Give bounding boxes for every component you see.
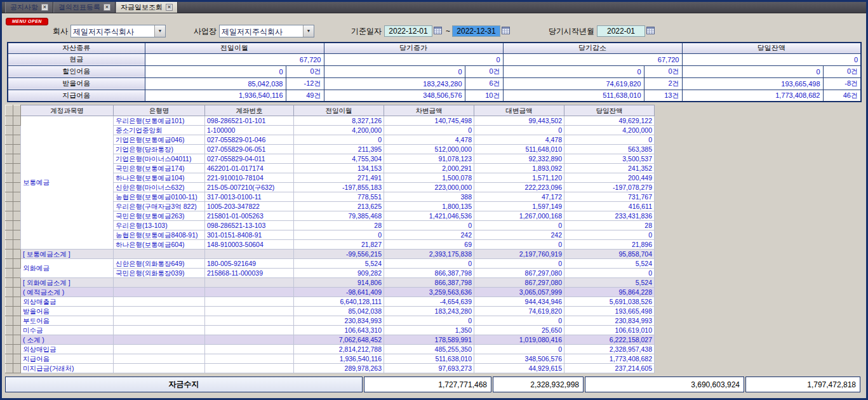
daily-balance-cell[interactable]: 0 [564, 269, 655, 278]
debit-amount-cell[interactable]: 0 [384, 221, 474, 230]
count-cell[interactable]: 10건 [465, 90, 503, 102]
bank-name-cell[interactable]: 기업은행(보통예금046) [114, 135, 205, 145]
summary-row-discounted-notes[interactable]: 할인어음 0 0건 0 0건 0 0건 0 0건 [8, 65, 861, 77]
row-selector[interactable] [6, 183, 13, 192]
prev-balance-cell[interactable]: 2,814,212,788 [294, 345, 384, 354]
count-cell[interactable]: 0건 [465, 65, 503, 77]
summary-row-cash[interactable]: 현금 67,720 0 67,720 0 [8, 53, 861, 65]
bank-name-cell[interactable]: 기업은행(마이너스04011) [114, 154, 205, 164]
account-number-cell[interactable]: 462201-01-017174 [205, 164, 294, 173]
row-selector[interactable] [13, 183, 21, 192]
account-number-cell[interactable] [205, 364, 294, 373]
daily-balance-cell[interactable]: 5,524 [564, 278, 655, 288]
row-selector[interactable] [6, 221, 13, 230]
debit-amount-cell[interactable]: 2,000,291 [384, 164, 474, 173]
prev-balance-cell[interactable]: 0 [294, 230, 384, 240]
account-number-cell[interactable] [205, 250, 294, 259]
count-cell[interactable]: 49건 [286, 90, 324, 102]
credit-amount-cell[interactable]: 74,619,820 [474, 307, 564, 316]
prev-balance-cell[interactable]: 914,806 [294, 278, 384, 288]
row-selector[interactable] [13, 221, 21, 230]
row-selector[interactable] [6, 116, 13, 126]
prev-balance-cell[interactable]: 230,834,993 [294, 316, 384, 326]
row-selector[interactable] [13, 145, 21, 154]
account-number-cell[interactable]: 215-05-007210(구632) [205, 183, 294, 192]
row-selector[interactable] [13, 278, 21, 288]
account-number-cell[interactable] [205, 288, 294, 297]
prev-balance-cell[interactable]: -197,855,183 [294, 183, 384, 192]
debit-amount-cell[interactable]: 242 [384, 230, 474, 240]
bank-name-cell[interactable]: 하나은행(보통예금604) [114, 240, 205, 250]
debit-amount-cell[interactable]: 178,589,991 [384, 335, 474, 345]
account-name-cell[interactable]: 미수금 [21, 326, 114, 335]
row-selector[interactable] [13, 269, 21, 278]
calendar-icon[interactable] [502, 26, 510, 36]
daily-balance-cell[interactable]: 95,864,228 [564, 288, 655, 297]
account-number-cell[interactable]: 027-055829-01-046 [205, 135, 294, 145]
row-selector[interactable] [6, 211, 13, 221]
debit-amount-cell[interactable]: 0 [384, 316, 474, 326]
amount-cell[interactable]: 0 [682, 53, 861, 65]
row-selector[interactable] [13, 345, 21, 354]
account-name-cell[interactable]: [ 보통예금소계 ] [21, 250, 114, 259]
bank-name-cell[interactable]: 국민은행(외화통장039) [114, 269, 205, 278]
debit-amount-cell[interactable]: 0 [384, 126, 474, 135]
debit-amount-cell[interactable]: 183,243,280 [384, 307, 474, 316]
credit-amount-cell[interactable]: 92,332,890 [474, 154, 564, 164]
row-selector[interactable] [6, 240, 13, 250]
credit-amount-cell[interactable]: 47,172 [474, 192, 564, 202]
row-selector[interactable] [13, 288, 21, 297]
row-selector[interactable] [6, 259, 13, 269]
amount-cell[interactable]: 348,506,576 [324, 90, 465, 102]
row-selector[interactable] [13, 116, 21, 126]
daily-balance-cell[interactable]: 193,665,498 [564, 307, 655, 316]
credit-amount-cell[interactable]: 0 [474, 221, 564, 230]
row-selector[interactable] [6, 145, 13, 154]
prev-balance-cell[interactable]: 6,640,128,111 [294, 297, 384, 307]
close-icon[interactable]: × [41, 4, 48, 11]
credit-amount-cell[interactable]: 4,478 [474, 135, 564, 145]
amount-cell[interactable]: 1,936,540,116 [145, 90, 286, 102]
daily-balance-cell[interactable]: -197,078,279 [564, 183, 655, 192]
daily-balance-cell[interactable]: 49,629,122 [564, 116, 655, 126]
bank-name-cell[interactable]: 농협은행(보통예금0100-11) [114, 192, 205, 202]
amount-cell[interactable]: 67,720 [145, 53, 324, 65]
bank-name-cell[interactable]: 기업은행(당좌통장) [114, 145, 205, 154]
credit-amount-cell[interactable]: 1,597,149 [474, 202, 564, 211]
daily-balance-cell[interactable]: 1,773,408,682 [564, 354, 655, 364]
debit-amount-cell[interactable]: 485,255,350 [384, 345, 474, 354]
bank-name-cell[interactable] [114, 278, 205, 288]
account-name-cell[interactable]: 받을어음 [21, 307, 114, 316]
close-icon[interactable]: × [103, 4, 110, 11]
prev-balance-cell[interactable]: 4,755,304 [294, 154, 384, 164]
debit-amount-cell[interactable]: 3,259,563,636 [384, 288, 474, 297]
row-selector[interactable] [6, 326, 13, 335]
daily-balance-cell[interactable]: 230,834,993 [564, 316, 655, 326]
amount-cell[interactable]: 0 [682, 65, 823, 77]
count-cell[interactable]: 46건 [823, 90, 861, 102]
tab-notice[interactable]: 공지사항 × [5, 2, 53, 13]
table-row[interactable]: 외상매출금 6,640,128,111 -4,654,639 944,434,9… [6, 297, 655, 307]
credit-amount-cell[interactable]: 0 [474, 240, 564, 250]
date-to-input[interactable]: 2022-12-31 [452, 25, 500, 37]
row-selector[interactable] [13, 126, 21, 135]
daily-balance-cell[interactable]: 21,896 [564, 240, 655, 250]
account-name-cell[interactable]: [ 외화예금소계 ] [21, 278, 114, 288]
daily-balance-cell[interactable]: 731,767 [564, 192, 655, 202]
row-selector[interactable] [6, 307, 13, 316]
debit-amount-cell[interactable]: -4,654,639 [384, 297, 474, 307]
account-name-cell[interactable]: 외상매출금 [21, 297, 114, 307]
prev-balance-cell[interactable]: 5,524 [294, 259, 384, 269]
amount-cell[interactable]: 0 [324, 65, 465, 77]
row-selector[interactable] [6, 335, 13, 345]
table-row[interactable]: 미지급금(거래처) 289,978,263 97,693,273 44,929,… [6, 364, 655, 373]
count-cell[interactable]: 6건 [465, 77, 503, 90]
amount-cell[interactable]: 67,720 [503, 53, 682, 65]
debit-amount-cell[interactable]: 866,387,798 [384, 278, 474, 288]
credit-amount-cell[interactable]: 867,297,080 [474, 278, 564, 288]
account-number-cell[interactable]: 215801-01-005263 [205, 211, 294, 221]
row-selector[interactable] [13, 211, 21, 221]
account-name-cell[interactable]: ( 예적금소계 ) [21, 288, 114, 297]
daily-balance-cell[interactable]: 416,611 [564, 202, 655, 211]
summary-row-notes-payable[interactable]: 지급어음 1,936,540,116 49건 348,506,576 10건 5… [8, 90, 861, 102]
